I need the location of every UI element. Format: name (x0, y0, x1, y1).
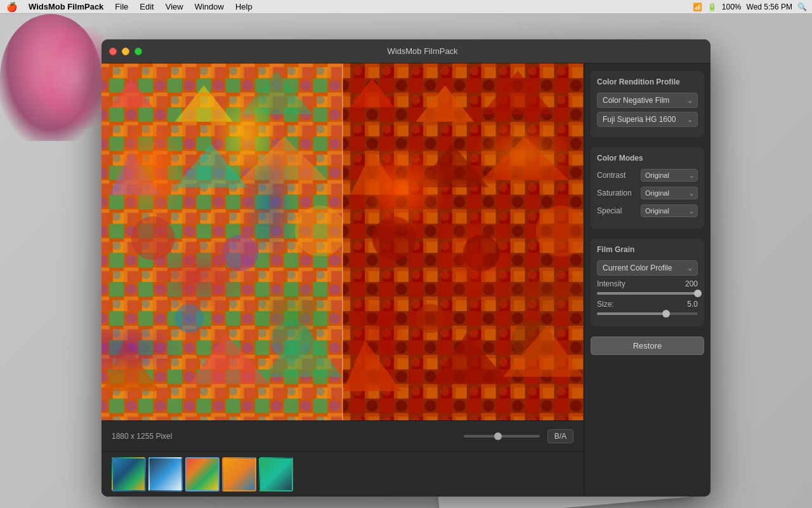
svg-marker-9 (174, 85, 233, 121)
intensity-fill (597, 292, 698, 295)
size-row: Size: 5.0 (597, 300, 698, 315)
menubar-app-name[interactable]: WidsMob FilmPack (27, 2, 105, 11)
profile-film-wrapper: Fuji Superia HG 1600 (597, 112, 698, 127)
contrast-label: Contrast (597, 171, 625, 180)
svg-point-14 (131, 217, 175, 260)
svg-rect-7 (102, 64, 343, 420)
maximize-button[interactable] (134, 48, 142, 55)
svg-marker-43 (503, 326, 583, 377)
thumbnail-3[interactable] (185, 457, 219, 491)
traffic-lights (109, 48, 142, 55)
battery-percent: 100% (722, 3, 742, 11)
restore-button[interactable]: Restore (591, 337, 704, 355)
svg-point-36 (372, 217, 416, 260)
grain-profile-wrapper: Current Color Profile (597, 260, 698, 276)
size-thumb[interactable] (662, 310, 670, 318)
close-button[interactable] (109, 48, 117, 55)
apple-menu[interactable]: 🍎 (5, 2, 18, 12)
ba-button[interactable]: B/A (547, 429, 573, 443)
image-before (102, 64, 343, 420)
svg-point-16 (295, 206, 343, 257)
svg-marker-42 (430, 333, 510, 384)
app-window: WidsMob FilmPack (102, 39, 710, 497)
special-dropdown-wrapper: Original (641, 204, 698, 217)
before-image-svg (102, 64, 343, 420)
svg-marker-10 (240, 70, 313, 114)
desktop: WidsMob FilmPack (0, 14, 812, 508)
menubar-edit[interactable]: Edit (138, 2, 155, 11)
menubar-window[interactable]: Window (193, 2, 225, 11)
svg-marker-34 (416, 144, 488, 187)
zoom-slider[interactable] (464, 435, 540, 438)
svg-marker-8 (109, 78, 153, 107)
film-grain-title: Film Grain (597, 245, 698, 254)
thumbnail-2[interactable] (148, 457, 183, 491)
svg-marker-32 (481, 70, 554, 114)
svg-marker-31 (416, 85, 474, 121)
size-value: 5.0 (687, 300, 698, 309)
grain-profile-dropdown[interactable]: Current Color Profile (597, 260, 698, 276)
intensity-thumb[interactable] (694, 290, 702, 297)
color-modes-title: Color Modes (597, 154, 698, 163)
wifi-icon: 📶 (693, 3, 702, 11)
search-icon[interactable]: 🔍 (797, 3, 807, 11)
menubar: 🍎 WidsMob FilmPack File Edit View Window… (0, 0, 812, 14)
after-image-svg (343, 64, 584, 420)
intensity-row: Intensity 200 (597, 279, 698, 295)
main-content: 1880 x 1255 Pixel B/A (102, 64, 710, 497)
size-header: Size: 5.0 (597, 300, 698, 309)
intensity-track[interactable] (597, 292, 698, 295)
size-track[interactable] (597, 312, 698, 315)
intensity-header: Intensity 200 (597, 279, 698, 288)
clock: Wed 5:56 PM (747, 3, 792, 11)
size-fill (597, 312, 662, 315)
canvas-area: 1880 x 1255 Pixel B/A (102, 64, 584, 497)
thumbnail-4[interactable] (222, 457, 256, 491)
profile-film-dropdown[interactable]: Fuji Superia HG 1600 (597, 112, 698, 127)
menubar-right: 📶 🔋 100% Wed 5:56 PM 🔍 (693, 3, 807, 11)
special-label: Special (597, 206, 622, 215)
svg-marker-20 (189, 333, 269, 384)
svg-marker-11 (109, 151, 160, 195)
saturation-dropdown-wrapper: Original (641, 187, 698, 199)
color-rendition-title: Color Rendition Profile (597, 77, 698, 86)
contrast-dropdown-wrapper: Original (641, 169, 698, 182)
zoom-slider-container (464, 435, 540, 438)
thumbnail-5[interactable] (259, 457, 293, 491)
saturation-label: Saturation (597, 189, 632, 197)
svg-point-15 (222, 235, 258, 271)
bottom-bar: 1880 x 1255 Pixel B/A (102, 420, 584, 451)
color-rendition-section: Color Rendition Profile Color Negative F… (591, 71, 704, 137)
color-modes-section: Color Modes Contrast Original Saturation (591, 147, 704, 229)
profile-type-dropdown[interactable]: Color Negative Film (597, 93, 698, 108)
zoom-slider-thumb[interactable] (494, 432, 502, 440)
menubar-file[interactable]: File (114, 2, 129, 11)
menubar-left: 🍎 WidsMob FilmPack File Edit View Window… (5, 2, 254, 12)
special-row: Special Original (597, 204, 698, 217)
svg-marker-19 (102, 340, 160, 391)
svg-point-17 (174, 304, 204, 333)
svg-marker-30 (350, 78, 394, 107)
battery-icon: 🔋 (707, 3, 717, 11)
svg-rect-29 (343, 64, 584, 420)
image-divider (342, 64, 343, 420)
menubar-help[interactable]: Help (234, 2, 254, 11)
saturation-dropdown[interactable]: Original (641, 187, 698, 199)
menubar-view[interactable]: View (164, 2, 185, 11)
svg-marker-33 (350, 151, 401, 195)
right-panel: Color Rendition Profile Color Negative F… (584, 64, 710, 497)
svg-point-39 (416, 304, 445, 333)
thumbnail-1[interactable] (112, 457, 146, 491)
contrast-row: Contrast Original (597, 169, 698, 182)
minimize-button[interactable] (122, 48, 129, 55)
contrast-dropdown[interactable]: Original (641, 169, 698, 182)
intensity-value: 200 (685, 279, 698, 288)
size-label: Size: (597, 300, 614, 309)
titlebar: WidsMob FilmPack (102, 39, 710, 64)
profile-type-wrapper: Color Negative Film (597, 93, 698, 108)
film-grain-section: Film Grain Current Color Profile Intensi… (591, 239, 704, 326)
window-title: WidsMob FilmPack (142, 46, 703, 56)
image-viewer (102, 64, 584, 420)
special-dropdown[interactable]: Original (641, 204, 698, 217)
pixel-info: 1880 x 1255 Pixel (112, 432, 172, 441)
